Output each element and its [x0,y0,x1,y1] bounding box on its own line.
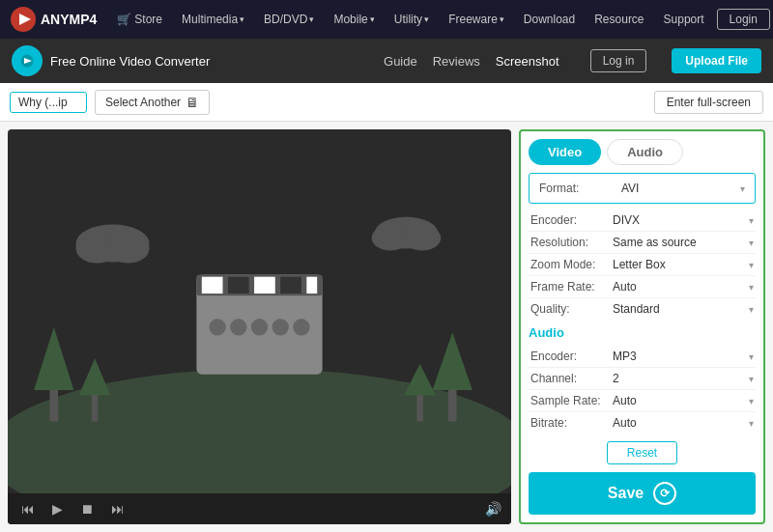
channel-select[interactable]: 2 ▾ [613,372,754,385]
nav-login-button[interactable]: Login [717,9,770,30]
chevron-down-icon: ▾ [749,351,754,362]
main-content-area: ⏮ ▶ ⏹ ⏭ 🔊 Video Audio Format: AVI ▾ [0,122,773,532]
guide-link[interactable]: Guide [384,54,417,69]
nav-support-label: Support [664,13,704,26]
chevron-down-icon: ▾ [309,14,314,24]
video-player: ⏮ ▶ ⏹ ⏭ 🔊 [8,129,511,524]
nav-resource[interactable]: Resource [587,9,650,30]
app-icon [12,45,43,76]
chevron-down-icon: ▾ [749,304,754,315]
save-button[interactable]: Save ⟳ [529,472,756,515]
app-logo-area: Free Online Video Converter [12,45,384,76]
nav-freeware-label: Freeware [448,13,498,26]
sample-rate-value: Auto [613,394,637,407]
format-select[interactable]: AVI ▾ [621,182,745,195]
frame-rate-select[interactable]: Auto ▾ [613,280,754,294]
zoom-mode-label: Zoom Mode: [530,258,613,271]
audio-encoder-value: MP3 [613,350,637,363]
resolution-label: Resolution: [530,236,613,249]
chevron-down-icon: ▾ [749,260,754,270]
quality-value: Standard [613,302,660,316]
sub-nav-links: Guide Reviews Screenshot Log in Upload F… [384,48,761,73]
frame-rate-label: Frame Rate: [530,280,613,294]
panel-tabs: Video Audio [529,139,756,165]
nav-store-label: Store [134,13,162,26]
screenshot-link[interactable]: Screenshot [496,54,559,69]
rewind-button[interactable]: ⏮ [17,499,39,518]
sub-navigation: Free Online Video Converter Guide Review… [0,39,773,83]
audio-encoder-row: Encoder: MP3 ▾ [529,346,756,368]
chevron-down-icon: ▾ [749,418,754,429]
sample-rate-label: Sample Rate: [530,394,613,407]
quality-select[interactable]: Standard ▾ [613,302,754,316]
reset-button[interactable]: Reset [607,441,677,464]
svg-rect-19 [280,277,301,294]
chevron-down-icon: ▾ [749,215,754,226]
video-controls-bar: ⏮ ▶ ⏹ ⏭ 🔊 [8,493,511,524]
zoom-mode-select[interactable]: Letter Box ▾ [613,258,754,271]
channel-value: 2 [613,372,619,385]
nav-mobile-label: Mobile [333,13,367,26]
svg-rect-20 [306,277,317,294]
play-button[interactable]: ▶ [48,499,67,518]
encoder-value: DIVX [613,213,640,227]
stop-button[interactable]: ⏹ [76,499,98,518]
top-navigation: ANYMP4 🛒 Store Multimedia ▾ BD/DVD ▾ Mob… [0,0,773,39]
file-toolbar: Why (...ip Select Another 🖥 Enter full-s… [0,83,773,122]
login-button[interactable]: Log in [590,49,647,72]
select-another-label: Select Another [105,96,181,109]
chevron-down-icon: ▾ [370,14,375,24]
nav-bddvd-label: BD/DVD [264,13,307,26]
nav-bddvd[interactable]: BD/DVD ▾ [257,9,321,30]
bitrate-label: Bitrate: [530,416,613,430]
fast-forward-button[interactable]: ⏭ [107,499,129,518]
format-value: AVI [621,182,639,195]
nav-mobile[interactable]: Mobile ▾ [327,9,381,30]
quality-label: Quality: [530,302,613,316]
reviews-link[interactable]: Reviews [433,54,480,69]
brand-name: ANYMP4 [41,12,97,27]
nav-support[interactable]: Support [657,9,711,30]
chevron-down-icon: ▾ [749,282,754,293]
sample-rate-select[interactable]: Auto ▾ [613,394,754,407]
file-name-display: Why (...ip [10,92,87,113]
nav-freeware[interactable]: Freeware ▾ [442,9,511,30]
audio-encoder-select[interactable]: MP3 ▾ [613,350,754,363]
channel-row: Channel: 2 ▾ [529,368,756,390]
audio-section-label: Audio [529,323,756,342]
nav-store[interactable]: 🛒 Store [110,9,169,30]
nav-download[interactable]: Download [517,9,582,30]
resolution-select[interactable]: Same as source ▾ [613,236,754,249]
svg-point-28 [107,234,149,263]
svg-rect-17 [228,277,249,294]
select-another-button[interactable]: Select Another 🖥 [95,90,210,115]
monitor-icon: 🖥 [186,95,199,110]
nav-utility[interactable]: Utility ▾ [387,9,436,30]
upload-file-button[interactable]: Upload File [672,48,761,73]
svg-point-23 [251,319,268,335]
video-settings: Encoder: DIVX ▾ Resolution: Same as sour… [529,210,756,320]
svg-point-24 [272,319,289,335]
chevron-down-icon: ▾ [740,183,745,194]
nav-utility-label: Utility [394,13,422,26]
frame-rate-value: Auto [613,280,637,294]
svg-rect-18 [254,277,275,294]
channel-label: Channel: [530,372,613,385]
tab-video[interactable]: Video [529,139,601,165]
bitrate-select[interactable]: Auto ▾ [613,416,754,430]
app-name: Free Online Video Converter [50,54,210,69]
tab-audio[interactable]: Audio [607,139,683,165]
nav-multimedia-label: Multimedia [182,13,238,26]
fullscreen-button[interactable]: Enter full-screen [654,91,763,114]
store-icon: 🛒 [117,13,131,26]
volume-button[interactable]: 🔊 [485,501,501,517]
format-section: Format: AVI ▾ [529,173,756,204]
quality-row: Quality: Standard ▾ [529,298,756,320]
zoom-mode-row: Zoom Mode: Letter Box ▾ [529,254,756,276]
chevron-down-icon: ▾ [240,14,244,24]
sample-rate-row: Sample Rate: Auto ▾ [529,390,756,412]
nav-multimedia[interactable]: Multimedia ▾ [175,9,251,30]
encoder-select[interactable]: DIVX ▾ [613,213,754,227]
format-label: Format: [539,182,621,195]
nav-download-label: Download [524,13,575,26]
